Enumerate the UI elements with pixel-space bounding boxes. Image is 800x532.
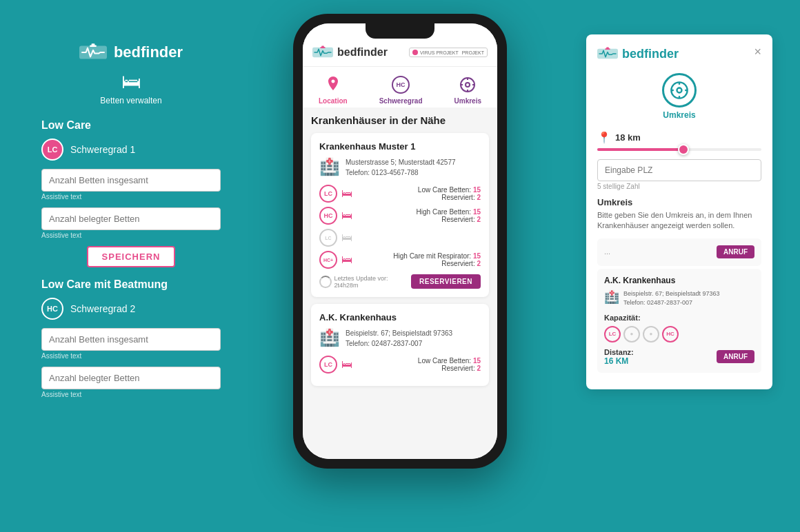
- kap-badge-hc: HC: [662, 326, 679, 342]
- update-row: Letztes Update vor: 2t4h28m: [319, 275, 411, 289]
- umkreis-label: Umkreis: [663, 110, 695, 120]
- phone-screen: bedfinder VIRUS PROJEKT PROJEKT Locati: [303, 23, 497, 459]
- tab-umkreis-label: Umkreis: [454, 97, 481, 105]
- kap-badge-3: ●: [643, 326, 659, 342]
- plz-input[interactable]: [597, 159, 761, 181]
- svg-rect-5: [320, 47, 325, 48]
- hc-count-text: High Care Betten: 15 Reserviert: 2: [357, 208, 481, 223]
- umkreis-desc-text: Bitte geben Sie den Umkreis an, in dem I…: [597, 210, 761, 232]
- lc-beatmung-badge: HC: [41, 298, 63, 320]
- lc-beatmung-schweregrad-label: Schweregrad 2: [70, 303, 135, 314]
- hospital-card-1: Krankenhaus Muster 1 🏥 Musterstrasse 5; …: [311, 133, 489, 297]
- bed-row-empty: LC 🛏: [319, 229, 481, 247]
- reserve-button[interactable]: RESERVIEREN: [411, 274, 481, 289]
- low-care-title: Low Care: [41, 119, 221, 132]
- low-care-occupied-beds-input[interactable]: [41, 207, 221, 230]
- distanz-title: Distanz:: [604, 348, 634, 356]
- kapazitat-title: Kapazität:: [604, 314, 754, 322]
- lc-beatmung-total-beds-assistive: Assistive text: [41, 352, 221, 360]
- phone-logo-row: bedfinder: [312, 44, 388, 61]
- svg-point-16: [677, 88, 682, 93]
- low-care-schweregrad-label: Schweregrad 1: [70, 144, 135, 155]
- svg-rect-2: [90, 45, 97, 47]
- h2-lc-badge: LC: [319, 356, 337, 374]
- bed-icon-left: 🛏: [121, 70, 141, 93]
- umkreis-tab-icon: [457, 74, 479, 96]
- tab-schweregrad-label: Schweregrad: [379, 97, 423, 105]
- distanz-row: Distanz: 16 KM ANRUF: [604, 348, 754, 366]
- hospital-2-addr-row: 🏥 Beispielstr. 67; Beispielstadt 97363 T…: [319, 328, 481, 349]
- low-care-beatmung-title: Low Care mit Beatmung: [41, 278, 221, 291]
- low-care-total-beds-input[interactable]: [41, 169, 221, 192]
- virus-projekt-badge: VIRUS PROJEKT PROJEKT: [409, 48, 488, 57]
- rp-ak-card-top: A.K. Krankenhaus: [604, 276, 754, 285]
- schweregrad-tab-icon: HC: [390, 74, 412, 96]
- umkreis-icon: [662, 73, 697, 108]
- bed-icon-empty: 🛏: [341, 232, 352, 244]
- km-row: 📍 18 km: [597, 131, 761, 144]
- bed-row-hc: HC 🛏 High Care Betten: 15 Reserviert: 2: [319, 207, 481, 225]
- card-1-footer: Letztes Update vor: 2t4h28m RESERVIEREN: [319, 274, 481, 289]
- right-logo-row: bedfinder: [597, 45, 679, 62]
- empty-badge: LC: [319, 229, 337, 247]
- right-logo-icon: [597, 45, 618, 62]
- hospital-2-addr-text: Beispielstr. 67; Beispielstadt 97363 Tel…: [346, 328, 452, 349]
- rp-ak-addr-row: 🏥 Beispielstr. 67; Beispielstadt 97363 T…: [604, 289, 754, 308]
- distanz-value: 16 KM: [604, 356, 634, 366]
- lc-beatmung-occupied-beds-assistive: Assistive text: [41, 391, 221, 398]
- hospital-1-addr-row: 🏥 Musterstrasse 5; Musterstadt 42577 Tel…: [319, 157, 481, 178]
- left-panel: bedfinder 🛏 Betten verwalten Low Care LC…: [41, 41, 221, 405]
- tab-location-label: Location: [319, 97, 348, 105]
- lc-beatmung-occupied-beds-input[interactable]: [41, 367, 221, 389]
- bed-icon-hc-1: 🛏: [341, 209, 352, 222]
- low-care-schweregrad-row: LC Schweregrad 1: [41, 139, 221, 161]
- phone-outer: bedfinder VIRUS PROJEKT PROJEKT Locati: [293, 14, 507, 469]
- low-care-badge: LC: [41, 139, 63, 161]
- phone-logo-icon: [312, 44, 333, 61]
- beds-manage-label: Betten verwalten: [100, 96, 161, 105]
- close-button[interactable]: ×: [754, 45, 761, 58]
- building-icon-1: 🏥: [319, 157, 340, 178]
- hc-plus-badge: HC+: [319, 251, 337, 269]
- lc-beatmung-schweregrad-row: HC Schweregrad 2: [41, 298, 221, 320]
- tab-schweregrad[interactable]: HC Schweregrad: [379, 74, 423, 105]
- umkreis-desc-title: Umkreis: [597, 197, 761, 207]
- rp-building-icon: 🏥: [604, 289, 619, 308]
- distanz-section: Distanz: 16 KM: [604, 348, 634, 366]
- phone-mockup: bedfinder VIRUS PROJEKT PROJEKT Locati: [293, 14, 507, 469]
- logo-icon-left: [79, 41, 107, 63]
- partial-anruf-button[interactable]: ANRUF: [717, 245, 754, 258]
- location-pin-icon: 📍: [597, 131, 611, 144]
- rp-ak-hospital-name: A.K. Krankenhaus: [604, 276, 675, 285]
- hc-plus-count-text: High Care mit Respirator: 15 Reserviert:…: [357, 252, 481, 267]
- left-title-row: bedfinder: [79, 41, 183, 63]
- bed-row-lc: LC 🛏 Low Care Betten: 15 Reserviert: 2: [319, 185, 481, 203]
- left-app-name: bedfinder: [114, 43, 183, 61]
- right-app-name: bedfinder: [622, 47, 679, 61]
- slider-thumb: [678, 144, 689, 155]
- rp-ak-hospital-card: A.K. Krankenhaus 🏥 Beispielstr. 67; Beis…: [597, 269, 761, 373]
- plz-hint: 5 stellige Zahl: [597, 183, 761, 190]
- phone-section-title: Krankenhäuser in der Nähe: [311, 114, 489, 126]
- kap-badges-row: LC ● ● HC: [604, 326, 754, 342]
- update-text: Letztes Update vor: 2t4h28m: [334, 275, 411, 289]
- save-button[interactable]: SPEICHERN: [87, 246, 176, 267]
- phone-notch: [366, 23, 434, 39]
- h2-lc-count: Low Care Betten: 15 Reserviert: 2: [357, 357, 481, 372]
- kap-badge-2: ●: [623, 326, 640, 342]
- building-icon-2: 🏥: [319, 328, 340, 349]
- right-panel: bedfinder × Umkreis 📍 18 km 5 stellige Z…: [586, 34, 772, 389]
- lc-beatmung-total-beds-input[interactable]: [41, 328, 221, 351]
- spinner-icon: [319, 276, 332, 288]
- kap-badge-lc: LC: [604, 326, 621, 342]
- tab-location[interactable]: Location: [319, 74, 348, 105]
- tab-umkreis[interactable]: Umkreis: [454, 74, 481, 105]
- slider-fill: [597, 148, 688, 151]
- left-app-header: bedfinder 🛏 Betten verwalten: [41, 41, 221, 105]
- ak-anruf-button[interactable]: ANRUF: [717, 350, 754, 363]
- beds-manage-section: 🛏 Betten verwalten: [100, 70, 161, 105]
- phone-app-name: bedfinder: [337, 46, 388, 59]
- km-slider[interactable]: [597, 148, 761, 151]
- bed-icon-lc-1: 🛏: [341, 187, 352, 200]
- low-care-occupied-beds-assistive: Assistive text: [41, 232, 221, 239]
